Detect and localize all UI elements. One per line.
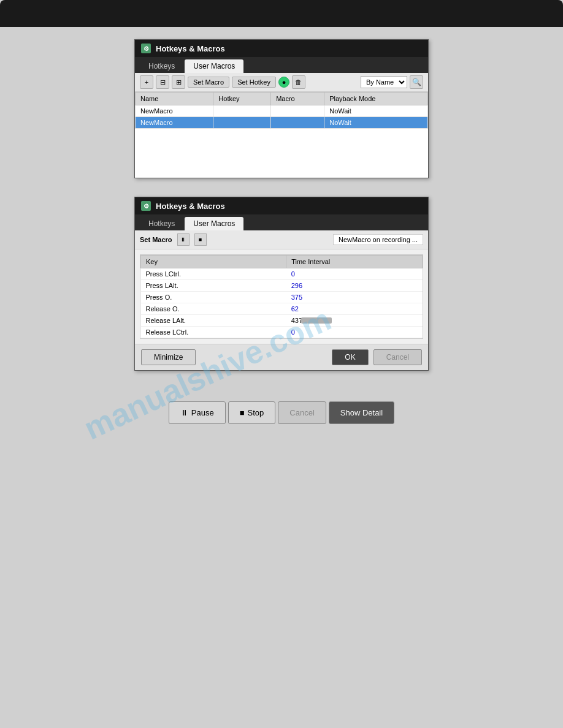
cell-name: NewMacro — [136, 105, 213, 117]
key-cell: Press O. — [141, 292, 286, 303]
panel1-icon: ⚙ — [141, 44, 151, 53]
table-empty-area — [135, 129, 428, 178]
table-row: Release LAlt. 437 — [141, 315, 423, 327]
interval-bar — [301, 317, 332, 324]
record-button[interactable]: ● — [278, 77, 289, 88]
panel2-titlebar: ⚙ Hotkeys & Macros — [135, 197, 428, 214]
panel1-title: Hotkeys & Macros — [156, 44, 225, 53]
cell-hotkey — [213, 117, 271, 129]
set-macro-bar: Set Macro ⏸ ■ NewMacro on recording ... — [135, 230, 428, 249]
panel1-tab-bar: Hotkeys User Macros — [135, 57, 428, 73]
sort-dropdown[interactable]: By Name — [361, 76, 407, 88]
interval-cell: 62 — [286, 303, 423, 315]
tab-hotkeys[interactable]: Hotkeys — [140, 59, 183, 73]
panel2-pause-button[interactable]: ⏸ — [177, 233, 190, 246]
cell-playback: NoWait — [324, 117, 428, 129]
cancel-button[interactable]: Cancel — [373, 349, 422, 365]
set-hotkey-button[interactable]: Set Hotkey — [232, 77, 276, 88]
cancel-main-button[interactable]: Cancel — [278, 401, 326, 424]
key-cell: Press LAlt. — [141, 280, 286, 292]
panel1-titlebar: ⚙ Hotkeys & Macros — [135, 40, 428, 57]
add-button[interactable]: + — [140, 75, 153, 89]
table-row: Press LCtrl. 0 — [141, 268, 423, 280]
set-macro-button[interactable]: Set Macro — [188, 77, 229, 88]
recording-status: NewMacro on recording ... — [333, 234, 423, 245]
key-cell: Press LCtrl. — [141, 268, 286, 280]
cell-name: NewMacro — [136, 117, 213, 129]
key-cell: Release O. — [141, 303, 286, 315]
table-row: Release LCtrl. 0 — [141, 327, 423, 338]
key-cell: Release LAlt. — [141, 315, 286, 327]
col-hotkey: Hotkey — [213, 93, 271, 105]
table-row: Release O. 62 — [141, 303, 423, 315]
interval-cell: 296 — [286, 280, 423, 292]
panel1-toolbar: + ⊟ ⊞ Set Macro Set Hotkey ● 🗑 By Name 🔍 — [135, 73, 428, 92]
key-cell: Release LCtrl. — [141, 327, 286, 338]
ok-button[interactable]: OK — [332, 349, 368, 365]
interval-cell: 0 — [286, 327, 423, 338]
panel1-table-container: Name Hotkey Macro Playback Mode NewMacro… — [135, 92, 428, 178]
stop-main-button[interactable]: ■ Stop — [228, 401, 276, 424]
col-key: Key — [141, 256, 286, 268]
cell-playback: NoWait — [324, 105, 428, 117]
panel2-title: Hotkeys & Macros — [156, 202, 225, 211]
panel2-stop-button[interactable]: ■ — [194, 233, 207, 246]
pause-icon: ⏸ — [180, 408, 188, 417]
cell-macro — [271, 117, 324, 129]
panel2-tab-bar: Hotkeys User Macros — [135, 214, 428, 230]
cell-hotkey — [213, 105, 271, 117]
tab2-user-macros[interactable]: User Macros — [185, 217, 243, 230]
interval-cell: 375 — [286, 292, 423, 303]
bottom-toolbar: ⏸ Pause ■ Stop Cancel Show Detail — [169, 401, 394, 424]
table-row: Press O. 375 — [141, 292, 423, 303]
col-interval: Time Interval — [286, 256, 423, 268]
table-row[interactable]: NewMacro NoWait — [136, 105, 428, 117]
col-name: Name — [136, 93, 213, 105]
table-row: Press LAlt. 296 — [141, 280, 423, 292]
tab2-hotkeys[interactable]: Hotkeys — [140, 217, 183, 230]
import-button[interactable]: ⊟ — [156, 75, 169, 89]
minimize-button[interactable]: Minimize — [141, 349, 196, 365]
table-row[interactable]: NewMacro NoWait — [136, 117, 428, 129]
keys-table-container: Key Time Interval Press LCtrl. 0 Press L… — [140, 254, 423, 339]
keys-table: Key Time Interval Press LCtrl. 0 Press L… — [140, 255, 423, 338]
cell-macro — [271, 105, 324, 117]
interval-cell: 0 — [286, 268, 423, 280]
interval-cell: 437 — [286, 315, 423, 327]
col-macro: Macro — [271, 93, 324, 105]
col-playback: Playback Mode — [324, 93, 428, 105]
macros-table: Name Hotkey Macro Playback Mode NewMacro… — [135, 92, 428, 129]
set-macro-label: Set Macro — [140, 236, 172, 243]
top-bar — [0, 0, 563, 27]
export-button[interactable]: ⊞ — [172, 75, 185, 89]
tab-user-macros[interactable]: User Macros — [185, 59, 243, 73]
show-detail-button[interactable]: Show Detail — [329, 401, 394, 424]
delete-button[interactable]: 🗑 — [292, 75, 305, 89]
panel1-hotkeys-macros: ⚙ Hotkeys & Macros Hotkeys User Macros +… — [134, 39, 429, 178]
panel2-hotkeys-macros: ⚙ Hotkeys & Macros Hotkeys User Macros S… — [134, 197, 429, 371]
pause-main-button[interactable]: ⏸ Pause — [169, 401, 226, 424]
stop-icon: ■ — [240, 408, 245, 417]
panel2-footer: Minimize OK Cancel — [135, 344, 428, 370]
panel2-icon: ⚙ — [141, 201, 151, 211]
search-button[interactable]: 🔍 — [410, 75, 423, 89]
